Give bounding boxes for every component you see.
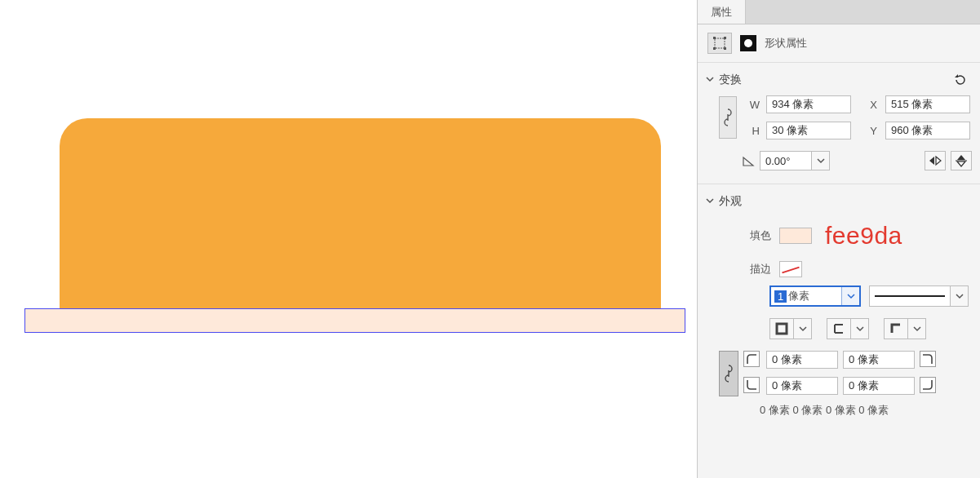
flip-vertical-button[interactable] [951, 151, 972, 170]
stroke-align-combo[interactable] [769, 318, 812, 339]
stroke-align-icon [769, 318, 794, 339]
corner-tl-icon [743, 351, 760, 367]
flip-horizontal-button[interactable] [925, 151, 946, 170]
bounding-box-icon[interactable] [707, 33, 732, 54]
corner-br-input[interactable] [843, 377, 915, 395]
stroke-cap-combo[interactable] [827, 318, 869, 339]
dropdown-icon[interactable] [851, 318, 869, 339]
stroke-width-value[interactable]: 1像素 [771, 287, 841, 305]
chevron-down-icon [706, 75, 714, 83]
height-input[interactable] [766, 122, 851, 139]
section-transform: 变换 W X H [698, 63, 980, 184]
rotation-combo[interactable] [760, 151, 830, 170]
corner-tl-input[interactable] [766, 351, 838, 369]
canvas-shape-orange[interactable] [60, 118, 661, 308]
section-transform-header[interactable]: 变换 [703, 71, 972, 95]
y-input[interactable] [885, 122, 970, 139]
width-input[interactable] [766, 95, 851, 113]
x-input[interactable] [885, 95, 970, 113]
corner-tr-icon [920, 351, 936, 367]
svg-rect-6 [777, 324, 787, 334]
panel-tab-bar: 属性 [698, 0, 980, 24]
corner-br-icon [920, 377, 936, 393]
stroke-width-dropdown-icon[interactable] [841, 287, 859, 305]
fill-label: 填色 [742, 228, 771, 243]
object-header: 形状属性 [698, 24, 980, 63]
section-appearance-title: 外观 [719, 194, 742, 209]
canvas-area[interactable] [0, 0, 697, 478]
fill-swatch[interactable] [779, 228, 812, 244]
link-corners-toggle[interactable] [719, 351, 738, 396]
svg-rect-4 [724, 47, 726, 50]
rotation-input[interactable] [760, 152, 811, 170]
stroke-row: 描边 [703, 261, 972, 277]
properties-panel: 属性 形状属性 变换 [697, 0, 980, 478]
stroke-join-icon [884, 318, 908, 339]
stroke-join-combo[interactable] [884, 318, 926, 339]
stroke-cap-icon [827, 318, 851, 339]
reset-transform-icon[interactable] [952, 73, 969, 87]
angle-icon [742, 154, 755, 167]
dropdown-icon[interactable] [794, 318, 812, 339]
stroke-swatch[interactable] [779, 261, 802, 277]
corner-summary: 0 像素 0 像素 0 像素 0 像素 [703, 396, 972, 418]
y-label: Y [854, 125, 882, 137]
x-label: X [854, 99, 882, 111]
rotation-dropdown-icon[interactable] [811, 152, 829, 170]
section-appearance-header[interactable]: 外观 [703, 193, 972, 217]
fill-hex-annotation: fee9da [825, 222, 902, 250]
stroke-style-preview [870, 286, 950, 306]
svg-rect-1 [713, 37, 716, 39]
shape-properties-label: 形状属性 [765, 36, 807, 51]
link-wh-toggle[interactable] [719, 96, 737, 139]
mask-icon [740, 35, 756, 51]
height-label: H [745, 125, 763, 137]
stroke-width-combo[interactable]: 1像素 [769, 285, 861, 307]
tab-properties[interactable]: 属性 [698, 0, 746, 24]
fill-row: 填色 fee9da [703, 222, 972, 250]
corner-bl-icon [743, 377, 760, 393]
corner-bl-input[interactable] [766, 377, 838, 395]
stroke-label: 描边 [742, 262, 771, 277]
svg-rect-3 [713, 47, 716, 50]
dropdown-icon[interactable] [908, 318, 926, 339]
section-appearance: 外观 填色 fee9da 描边 1像素 [698, 184, 980, 431]
svg-rect-0 [715, 38, 725, 48]
corner-tr-input[interactable] [843, 351, 915, 369]
canvas-shape-selected-rect[interactable] [24, 308, 685, 333]
svg-rect-2 [724, 37, 726, 39]
stroke-style-combo[interactable] [869, 285, 969, 307]
stroke-style-dropdown-icon[interactable] [950, 286, 968, 306]
chevron-down-icon [706, 197, 714, 205]
width-label: W [745, 99, 763, 111]
section-transform-title: 变换 [719, 73, 742, 87]
